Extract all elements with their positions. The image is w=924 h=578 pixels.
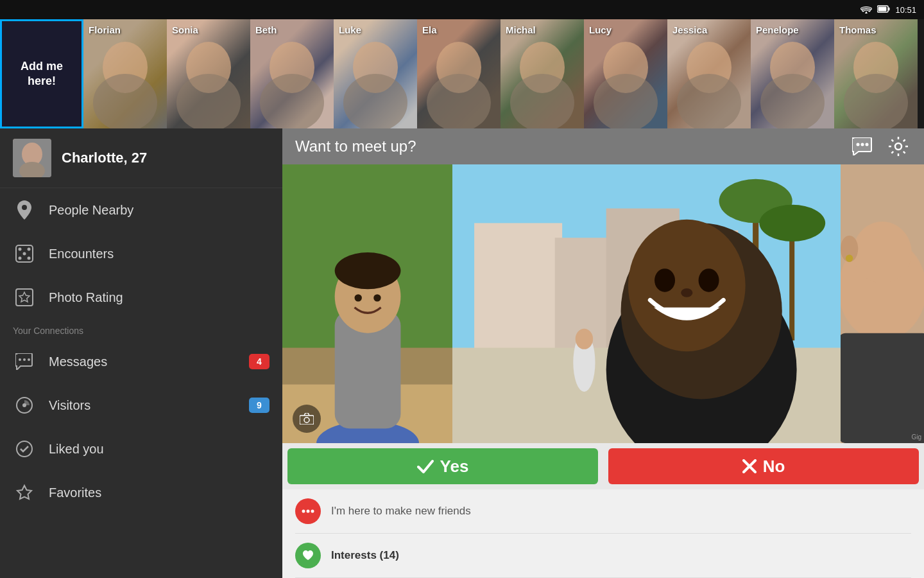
svg-point-66 bbox=[304, 417, 309, 423]
profile-card-sonia[interactable]: Sonia bbox=[167, 19, 250, 128]
battery-icon bbox=[877, 5, 890, 15]
settings-icon-button[interactable] bbox=[886, 134, 911, 159]
topbar-icons bbox=[850, 134, 911, 159]
user-profile-row[interactable]: Charlotte, 27 bbox=[0, 128, 282, 188]
profile-name: Penelope bbox=[756, 24, 799, 35]
sidebar-item-photo-rating[interactable]: Photo Rating bbox=[0, 276, 282, 319]
sidebar-item-favorites[interactable]: Favorites bbox=[0, 471, 282, 514]
svg-point-82 bbox=[628, 220, 746, 352]
favorites-icon bbox=[13, 481, 36, 504]
profile-name: Jessica bbox=[672, 24, 707, 35]
svg-marker-51 bbox=[17, 486, 31, 499]
svg-point-63 bbox=[355, 294, 362, 301]
svg-point-75 bbox=[759, 205, 825, 241]
interests-row[interactable]: Interests (14) bbox=[295, 534, 911, 578]
sidebar-item-encounters[interactable]: Encounters bbox=[0, 232, 282, 276]
star-rating-icon bbox=[13, 286, 36, 309]
yes-button[interactable]: Yes bbox=[287, 448, 598, 484]
svg-point-54 bbox=[866, 143, 869, 146]
status-bar: 10:51 bbox=[0, 0, 924, 19]
svg-point-39 bbox=[23, 252, 26, 256]
profile-name: Lucy bbox=[589, 24, 612, 35]
connections-header: Your Connections bbox=[0, 319, 282, 340]
svg-point-49 bbox=[22, 403, 26, 407]
svg-point-38 bbox=[19, 248, 22, 251]
messages-badge: 4 bbox=[249, 354, 270, 369]
profile-card-penelope[interactable]: Penelope bbox=[751, 19, 834, 128]
profile-card-jessica[interactable]: Jessica bbox=[667, 19, 751, 128]
content-area: Want to meet up? bbox=[282, 128, 924, 578]
visitors-badge: 9 bbox=[249, 398, 270, 413]
svg-point-52 bbox=[857, 143, 860, 146]
camera-icon[interactable] bbox=[293, 405, 321, 433]
svg-point-45 bbox=[19, 358, 21, 361]
nav-items: People Nearby Encounters bbox=[0, 188, 282, 319]
info-section: I'm here to make new friends Interests (… bbox=[282, 489, 924, 578]
svg-point-41 bbox=[28, 248, 31, 251]
profile-name: Beth bbox=[255, 24, 277, 35]
svg-point-40 bbox=[28, 257, 31, 260]
profile-card-luke[interactable]: Luke bbox=[334, 19, 417, 128]
sidebar-item-label: Photo Rating bbox=[49, 290, 270, 305]
profile-name: Ela bbox=[422, 24, 437, 35]
topbar-title: Want to meet up? bbox=[295, 137, 416, 155]
interests-bubble bbox=[295, 543, 321, 568]
svg-point-96 bbox=[311, 510, 314, 513]
sidebar-item-label: Encounters bbox=[49, 247, 270, 261]
svg-point-50 bbox=[17, 441, 32, 457]
sidebar: Charlotte, 27 People Nearby bbox=[0, 128, 282, 578]
svg-marker-44 bbox=[19, 292, 30, 302]
photo-panel-left bbox=[282, 164, 452, 443]
dice-icon bbox=[13, 242, 36, 265]
add-me-button[interactable]: Add me here! bbox=[0, 19, 83, 128]
sidebar-item-people-nearby[interactable]: People Nearby bbox=[0, 188, 282, 232]
profile-strip: Add me here! Florian Sonia bbox=[0, 19, 924, 128]
messages-icon bbox=[13, 350, 36, 373]
svg-point-84 bbox=[699, 268, 719, 292]
liked-you-icon bbox=[13, 437, 36, 460]
content-topbar: Want to meet up? bbox=[282, 128, 924, 164]
profile-name: Michal bbox=[506, 24, 536, 35]
location-icon bbox=[13, 198, 36, 222]
svg-point-62 bbox=[335, 252, 401, 289]
photo-panel-center bbox=[452, 164, 841, 443]
svg-point-36 bbox=[22, 205, 27, 210]
svg-rect-68 bbox=[474, 223, 562, 369]
svg-point-55 bbox=[895, 143, 902, 150]
sidebar-item-visitors[interactable]: Visitors 9 bbox=[0, 383, 282, 427]
svg-point-64 bbox=[373, 294, 381, 301]
profile-card-lucy[interactable]: Lucy bbox=[584, 19, 667, 128]
time-display: 10:51 bbox=[895, 5, 916, 15]
profile-card-michal[interactable]: Michal bbox=[501, 19, 584, 128]
profile-name: Sonia bbox=[172, 24, 198, 35]
svg-point-90 bbox=[846, 254, 853, 261]
profile-name: Florian bbox=[89, 24, 121, 35]
profile-card-beth[interactable]: Beth bbox=[250, 19, 334, 128]
svg-point-95 bbox=[307, 510, 310, 513]
add-me-text: Add me here! bbox=[21, 59, 63, 89]
svg-point-83 bbox=[654, 268, 675, 292]
interests-text: Interests (14) bbox=[331, 549, 399, 562]
svg-point-94 bbox=[302, 510, 305, 513]
sidebar-item-label: Messages bbox=[49, 355, 236, 369]
profile-card-thomas[interactable]: Thomas bbox=[834, 19, 918, 128]
sidebar-item-messages[interactable]: Messages 4 bbox=[0, 340, 282, 383]
profile-name: Thomas bbox=[839, 24, 877, 35]
sidebar-item-label: People Nearby bbox=[49, 203, 270, 218]
svg-point-53 bbox=[861, 143, 864, 146]
chat-icon-button[interactable] bbox=[850, 134, 875, 159]
avatar bbox=[13, 139, 51, 177]
sidebar-item-label: Liked you bbox=[49, 442, 270, 457]
sidebar-item-label: Visitors bbox=[49, 398, 236, 413]
wifi-icon bbox=[860, 4, 872, 15]
main-area: Charlotte, 27 People Nearby bbox=[0, 128, 924, 578]
bio-row: I'm here to make new friends bbox=[295, 489, 911, 534]
yes-label: Yes bbox=[440, 457, 469, 477]
photo-panel-right: Gig bbox=[841, 164, 924, 443]
profile-card-florian[interactable]: Florian bbox=[83, 19, 167, 128]
user-name: Charlotte, 27 bbox=[62, 150, 147, 166]
profile-card-ela[interactable]: Ela bbox=[417, 19, 501, 128]
sidebar-item-liked-you[interactable]: Liked you bbox=[0, 427, 282, 471]
svg-rect-2 bbox=[878, 6, 887, 11]
no-button[interactable]: No bbox=[608, 448, 919, 484]
